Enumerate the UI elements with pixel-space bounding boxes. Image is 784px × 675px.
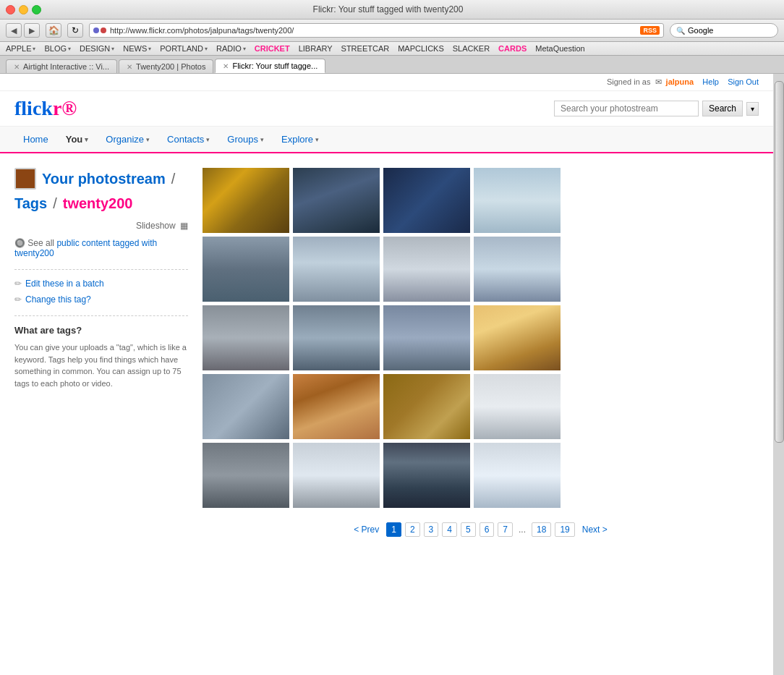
bookmark-cricket[interactable]: CRICKET: [255, 44, 290, 53]
photo-5[interactable]: [203, 237, 289, 302]
photo-19[interactable]: [383, 443, 470, 508]
bookmark-cards[interactable]: CARDS: [498, 44, 527, 53]
flickr-logo[interactable]: flickr®: [14, 97, 77, 120]
tab-flickr[interactable]: ✕ Flickr: Your stuff tagge...: [215, 59, 325, 73]
url-bar[interactable]: http://www.flickr.com/photos/jalpuna/tag…: [89, 23, 664, 38]
breadcrumb-stream[interactable]: Your photostream: [42, 171, 166, 187]
apple-arrow: ▾: [33, 46, 35, 52]
search-area: Search ▾: [554, 101, 759, 116]
next-page-link[interactable]: Next >: [582, 525, 608, 535]
bookmark-library[interactable]: LIBRARY: [299, 44, 333, 53]
radio-label: RADIO: [216, 44, 242, 53]
page-link-2[interactable]: 2: [405, 522, 420, 537]
nav-groups[interactable]: Groups ▾: [218, 130, 273, 148]
news-label: NEWS: [123, 44, 147, 53]
photo-14[interactable]: [383, 374, 470, 439]
photo-3[interactable]: [383, 168, 470, 233]
photo-6[interactable]: [293, 237, 380, 302]
close-button[interactable]: [6, 5, 15, 14]
help-link[interactable]: Help: [702, 77, 719, 86]
minimize-button[interactable]: [19, 5, 28, 14]
tab-close-airtight[interactable]: ✕: [14, 63, 20, 71]
page-link-18[interactable]: 18: [532, 522, 551, 537]
nav-contacts[interactable]: Contacts ▾: [158, 130, 218, 148]
browser-search[interactable]: 🔍: [670, 23, 778, 38]
bookmark-news[interactable]: NEWS ▾: [123, 44, 151, 53]
nav-groups-arrow: ▾: [260, 136, 264, 143]
bookmark-metaquestion[interactable]: MetaQuestion: [535, 44, 584, 53]
signout-link[interactable]: Sign Out: [728, 77, 759, 86]
flickr-logo-blue: flick: [14, 97, 53, 119]
breadcrumb-tags[interactable]: Tags: [14, 195, 47, 212]
nav-explore[interactable]: Explore ▾: [273, 130, 328, 148]
photo-11[interactable]: [383, 305, 470, 370]
search-button[interactable]: Search: [702, 101, 743, 116]
edit-batch-link[interactable]: ✏ Edit these in a batch: [14, 279, 188, 289]
nav-home[interactable]: Home: [14, 130, 57, 148]
scrollbar-thumb[interactable]: [775, 81, 784, 443]
photo-7[interactable]: [383, 237, 470, 302]
photo-16[interactable]: [474, 305, 561, 370]
url-text: http://www.flickr.com/photos/jalpuna/tag…: [110, 26, 636, 35]
nav-bar: ◀ ▶ 🏠 ↻ http://www.flickr.com/photos/jal…: [0, 20, 784, 42]
rss-badge[interactable]: RSS: [640, 26, 660, 35]
photo-20[interactable]: [474, 443, 561, 508]
photo-row-2: [203, 237, 759, 302]
photo-2[interactable]: [293, 168, 380, 233]
nav-organize[interactable]: Organize ▾: [97, 130, 158, 148]
photos-section: < Prev 1 2 3 4 5 6 7 ... 18 19 Next >: [203, 168, 759, 551]
photo-10[interactable]: [293, 305, 380, 370]
bookmark-blog[interactable]: BLOG ▾: [44, 44, 71, 53]
slideshow-link[interactable]: Slideshow: [136, 221, 176, 231]
signin-username[interactable]: jalpuna: [666, 77, 694, 86]
bookmark-portland[interactable]: PORTLAND ▾: [160, 44, 208, 53]
bookmark-design[interactable]: DESIGN ▾: [80, 44, 114, 53]
bookmark-apple[interactable]: APPLE ▾: [6, 44, 35, 53]
browser-search-input[interactable]: [688, 26, 760, 35]
design-arrow: ▾: [111, 46, 114, 52]
slacker-label: SLACKER: [453, 44, 490, 53]
prev-page-link[interactable]: < Prev: [354, 525, 379, 535]
photo-18[interactable]: [293, 443, 380, 508]
photo-15[interactable]: [474, 374, 561, 439]
photo-9[interactable]: [203, 305, 289, 370]
photo-search-input[interactable]: [554, 101, 699, 116]
search-dropdown-button[interactable]: ▾: [746, 102, 759, 116]
page-link-19[interactable]: 19: [555, 522, 574, 537]
photo-12-pencils[interactable]: [293, 374, 380, 439]
page-link-5[interactable]: 5: [461, 522, 476, 537]
photo-13[interactable]: [203, 374, 289, 439]
forward-button[interactable]: ▶: [24, 23, 40, 38]
home-button[interactable]: 🏠: [46, 23, 61, 38]
portland-label: PORTLAND: [160, 44, 203, 53]
bookmark-slacker[interactable]: SLACKER: [453, 44, 490, 53]
photo-4[interactable]: [474, 168, 561, 233]
tab-close-twenty200[interactable]: ✕: [127, 63, 132, 71]
breadcrumb-sep1: /: [171, 171, 176, 187]
design-label: DESIGN: [80, 44, 110, 53]
page-link-6[interactable]: 6: [480, 522, 495, 537]
refresh-button[interactable]: ↻: [67, 23, 83, 38]
change-tag-link[interactable]: ✏ Change this tag?: [14, 294, 188, 305]
tab-airtight[interactable]: ✕ Airtight Interactive :: Vi...: [6, 59, 117, 73]
page-link-7[interactable]: 7: [498, 522, 513, 537]
tab-close-flickr[interactable]: ✕: [223, 62, 229, 70]
tab-twenty200[interactable]: ✕ Twenty200 | Photos: [119, 59, 213, 73]
bookmark-mapclicks[interactable]: MAPCLICKS: [398, 44, 444, 53]
nav-you[interactable]: You ▾: [57, 130, 98, 148]
page-link-1[interactable]: 1: [386, 522, 401, 537]
blog-label: BLOG: [44, 44, 67, 53]
back-button[interactable]: ◀: [6, 23, 22, 38]
page-link-3[interactable]: 3: [424, 522, 439, 537]
photo-8[interactable]: [474, 237, 561, 302]
page-link-4[interactable]: 4: [442, 522, 457, 537]
tags-info-desc: You can give your uploads a "tag", which…: [14, 341, 188, 389]
photo-1[interactable]: [203, 168, 289, 233]
bookmark-radio[interactable]: RADIO ▾: [216, 44, 246, 53]
photo-17[interactable]: [203, 443, 289, 508]
maximize-button[interactable]: [32, 5, 41, 14]
nav-you-label: You: [66, 134, 83, 145]
tab-label-flickr: Flickr: Your stuff tagge...: [232, 61, 318, 70]
title-bar: Flickr: Your stuff tagged with twenty200: [0, 0, 784, 20]
bookmark-streetcar[interactable]: STREETCAR: [341, 44, 390, 53]
